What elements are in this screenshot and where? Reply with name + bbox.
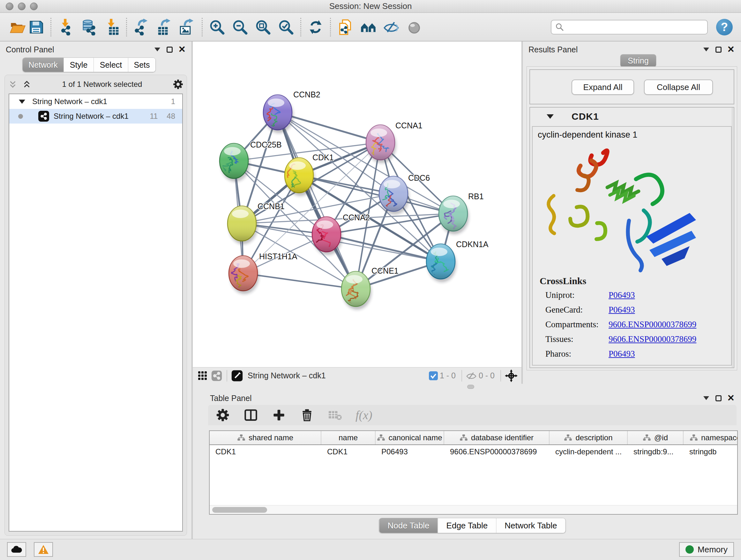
tab-network[interactable]: Network [23,58,64,72]
search-input[interactable] [564,23,703,32]
crosslink-link[interactable]: P06493 [609,290,635,300]
collapse-all-button[interactable]: Collapse All [644,79,713,95]
network-node[interactable] [217,143,250,182]
crosslink-link[interactable]: 9606.ENSP00000378699 [609,334,696,344]
float-panel-icon[interactable] [716,395,722,401]
delete-column-icon[interactable] [299,408,315,423]
tab-edge-table[interactable]: Edge Table [438,518,496,533]
network-collection-row[interactable]: String Network – cdk1 1 [9,94,182,109]
network-node[interactable] [229,256,259,294]
panel-menu-icon[interactable] [154,48,160,51]
expand-all-button[interactable]: Expand All [571,79,634,95]
network-share-icon[interactable] [211,370,223,382]
column-header[interactable]: shared name [210,431,321,444]
crosslink-link[interactable]: 9606.ENSP00000378699 [609,320,696,329]
network-row[interactable]: String Network – cdk1 11 48 [9,109,182,124]
tab-sets[interactable]: Sets [128,58,155,72]
network-node[interactable] [227,206,258,244]
expand-all-icon[interactable] [22,79,31,89]
network-options-gear-icon[interactable] [173,79,184,90]
table-cell[interactable]: stringdb [684,445,738,458]
panel-menu-icon[interactable] [703,396,709,400]
column-header[interactable]: name [321,431,376,444]
close-panel-icon[interactable]: ✕ [727,394,735,402]
memory-button[interactable]: Memory [679,542,734,557]
table-cell[interactable]: P06493 [376,445,444,458]
table-options-gear-icon[interactable] [215,408,230,423]
table-cell[interactable]: stringdb:9... [628,445,684,458]
bottom-splitter-handle[interactable] [467,385,474,389]
fit-content-button[interactable] [254,17,272,37]
export-table-button[interactable] [155,17,174,37]
close-panel-icon[interactable]: ✕ [179,45,186,54]
tab-node-table[interactable]: Node Table [380,518,438,533]
column-header[interactable]: database identifier [444,431,549,444]
node-result-header[interactable]: CDK1 [530,108,734,125]
grid-view-icon[interactable] [197,370,209,382]
import-table-from-file-button[interactable] [103,17,121,37]
hide-selected-button[interactable] [382,17,401,37]
table-horizontal-scrollbar[interactable] [210,505,737,514]
selected-checkbox-icon[interactable] [429,371,438,380]
table-header-row[interactable]: shared namenamecanonical namedatabase id… [210,431,737,445]
zoom-selected-button[interactable] [277,17,295,37]
column-header[interactable]: @id [628,431,684,444]
first-neighbors-button[interactable] [359,17,378,37]
network-node[interactable] [263,95,293,133]
delete-table-icon[interactable] [327,408,343,423]
minimize-window-button[interactable] [18,3,25,10]
search-box[interactable] [551,20,708,35]
tab-select[interactable]: Select [93,58,128,72]
column-header[interactable]: canonical name [376,431,444,444]
zoom-in-button[interactable] [208,17,226,37]
network-canvas[interactable]: CCNB2CCNA1CDC25BCDK1CDC6RB1CCNB1CCNA2CDK… [193,42,522,367]
help-button[interactable]: ? [716,19,733,36]
panel-menu-icon[interactable] [703,48,709,51]
network-node[interactable] [426,244,456,282]
cloud-button[interactable] [7,542,26,557]
warnings-button[interactable] [34,542,53,557]
network-node[interactable] [341,271,372,310]
table-cell[interactable]: CDK1 [321,445,376,458]
crosslink-link[interactable]: P06493 [609,305,635,314]
hidden-eye-icon[interactable] [466,370,477,381]
scrollbar-thumb[interactable] [212,507,267,513]
table-row[interactable]: CDK1CDK1P064939606.ENSP00000378699cyclin… [210,445,737,458]
open-file-button[interactable] [8,17,27,37]
network-node[interactable] [366,125,396,163]
save-session-button[interactable] [27,17,45,37]
function-builder-icon[interactable]: f(x) [355,408,373,422]
duplicate-network-button[interactable] [336,17,354,37]
network-node[interactable] [439,196,469,234]
table-cell[interactable]: CDK1 [210,445,321,458]
pan-crosshair-icon[interactable] [505,369,518,382]
tab-network-table[interactable]: Network Table [496,518,565,533]
float-panel-icon[interactable] [166,47,173,53]
float-panel-icon[interactable] [716,47,722,53]
import-network-from-database-button[interactable] [79,17,98,37]
results-scrollbar[interactable] [732,108,733,368]
table-cell[interactable]: cyclin-dependent ... [549,445,628,458]
collection-expander-icon[interactable] [19,100,25,104]
network-node[interactable] [311,217,342,255]
update-annotations-button[interactable] [307,17,325,37]
maximize-window-button[interactable] [30,3,38,10]
column-header[interactable]: namespace [684,431,738,444]
collapse-all-icon[interactable] [8,79,17,89]
birds-eye-view-icon[interactable] [231,370,243,382]
network-node[interactable] [285,158,315,196]
show-columns-icon[interactable] [243,408,259,423]
import-network-from-file-button[interactable] [57,17,75,37]
export-image-button[interactable] [178,17,197,37]
close-panel-icon[interactable]: ✕ [727,45,735,54]
close-window-button[interactable] [6,3,13,10]
column-header[interactable]: description [549,431,628,444]
zoom-out-button[interactable] [231,17,249,37]
show-graphics-details-button[interactable] [405,17,423,37]
node-table[interactable]: shared namenamecanonical namedatabase id… [209,430,738,515]
create-column-icon[interactable] [271,408,286,423]
string-tab[interactable]: String [620,54,656,67]
crosslink-link[interactable]: P06493 [609,349,635,359]
table-cell[interactable]: 9606.ENSP00000378699 [444,445,549,458]
tab-style[interactable]: Style [64,58,93,72]
